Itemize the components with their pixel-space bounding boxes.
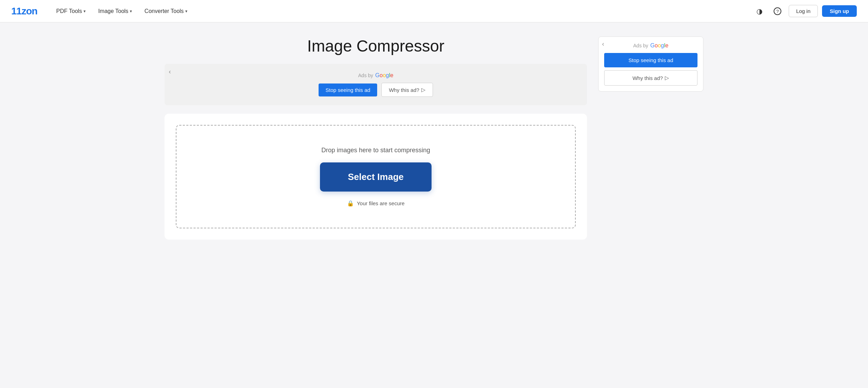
nav-image-tools[interactable]: Image Tools ▾ [93, 5, 137, 17]
sidebar-ad-back-button[interactable]: ‹ [602, 40, 604, 48]
google-label-inline: Google [375, 72, 394, 79]
select-image-button[interactable]: Select Image [320, 162, 432, 192]
nav-converter-tools[interactable]: Converter Tools ▾ [140, 5, 192, 17]
svg-text:?: ? [776, 9, 779, 14]
ad-back-button-inline[interactable]: ‹ [169, 68, 171, 75]
login-button[interactable]: Log in [789, 5, 818, 17]
sidebar-stop-ad-button[interactable]: Stop seeing this ad [604, 53, 697, 67]
dropzone[interactable]: Drop images here to start compressing Se… [176, 125, 576, 228]
nav: PDF Tools ▾ Image Tools ▾ Converter Tool… [51, 5, 752, 17]
drop-text: Drop images here to start compressing [321, 147, 430, 154]
why-ad-icon-inline: ▷ [421, 87, 426, 93]
nav-pdf-tools[interactable]: PDF Tools ▾ [51, 5, 91, 17]
stop-ad-button-inline[interactable]: Stop seeing this ad [319, 83, 378, 96]
sidebar-why-ad-button[interactable]: Why this ad? ▷ [604, 70, 697, 86]
upload-area: Drop images here to start compressing Se… [165, 114, 587, 240]
secure-text: 🔒 Your files are secure [347, 200, 405, 207]
chevron-down-icon: ▾ [185, 9, 187, 14]
header-actions: ◑ ? Log in Sign up [752, 4, 857, 18]
chevron-down-icon: ▾ [130, 9, 132, 14]
why-ad-button-inline[interactable]: Why this ad? ▷ [381, 83, 433, 97]
sidebar-ads-by-label: Ads by [633, 43, 648, 48]
sidebar-ad: ‹ Ads by Google Stop seeing this ad Why … [598, 36, 703, 240]
ads-by-google-inline: Ads by Google [172, 72, 580, 79]
secure-label: Your files are secure [357, 200, 405, 206]
signup-button[interactable]: Sign up [822, 5, 857, 17]
sidebar-ads-by: Ads by Google [604, 42, 697, 49]
content-area: Image Compressor ‹ Ads by Google Stop se… [165, 36, 587, 240]
sidebar-ad-card: ‹ Ads by Google Stop seeing this ad Why … [598, 36, 703, 92]
chevron-down-icon: ▾ [84, 9, 86, 14]
page-title: Image Compressor [165, 36, 587, 55]
ad-actions-inline: Stop seeing this ad Why this ad? ▷ [172, 83, 580, 97]
ads-by-label-inline: Ads by [358, 73, 373, 78]
header: 11zon PDF Tools ▾ Image Tools ▾ Converte… [0, 0, 868, 22]
ad-banner-inline: ‹ Ads by Google Stop seeing this ad Why … [165, 64, 587, 105]
main-content: Image Compressor ‹ Ads by Google Stop se… [153, 22, 715, 254]
logo[interactable]: 11zon [11, 6, 37, 17]
lock-icon: 🔒 [347, 200, 354, 207]
sidebar-why-ad-icon: ▷ [665, 75, 669, 81]
theme-toggle-button[interactable]: ◑ [752, 4, 766, 18]
sidebar-google-label: Google [650, 42, 669, 49]
help-button[interactable]: ? [770, 4, 784, 18]
